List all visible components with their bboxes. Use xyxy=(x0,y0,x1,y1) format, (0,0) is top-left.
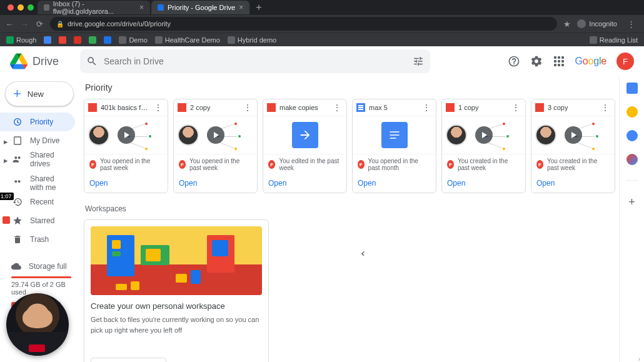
reading-list-button[interactable]: Reading List xyxy=(590,36,638,44)
url-input[interactable]: 🔒 drive.google.com/drive/u/0/priority xyxy=(50,17,557,31)
file-type-icon xyxy=(88,103,97,112)
sidebar-item-shared-drives[interactable]: Shared drives xyxy=(0,150,75,169)
owner-avatar: F xyxy=(447,160,454,169)
new-tab-button[interactable]: + xyxy=(251,2,266,13)
bookmark-folder[interactable]: HealthCare Demo xyxy=(155,36,220,44)
sidebar-item-label: My Drive xyxy=(30,136,59,145)
time-badge: 1:07 xyxy=(0,193,14,200)
horizontal-scroll-indicator[interactable]: › xyxy=(80,356,644,362)
apps-icon[interactable] xyxy=(553,55,565,68)
lock-icon: 🔒 xyxy=(56,21,64,28)
close-window-icon[interactable] xyxy=(8,4,14,11)
chevron-right-icon[interactable]: ▸ xyxy=(4,137,8,146)
bookmark-star-icon[interactable]: ★ xyxy=(563,19,571,29)
window-controls[interactable] xyxy=(4,4,38,11)
play-icon xyxy=(475,126,493,144)
forward-button[interactable]: → xyxy=(20,19,29,28)
more-actions-icon[interactable]: ⋮ xyxy=(510,103,521,112)
reload-button[interactable]: ⟳ xyxy=(35,19,44,28)
browser-tab-inbox[interactable]: Inbox (7) - flw@id.goldyarora... × xyxy=(38,1,150,14)
open-link[interactable]: Open xyxy=(447,179,465,188)
back-button[interactable]: ← xyxy=(5,19,14,28)
address-bar: ← → ⟳ 🔒 drive.google.com/drive/u/0/prior… xyxy=(0,15,644,33)
incognito-indicator[interactable]: Incognito xyxy=(577,19,617,28)
more-actions-icon[interactable]: ⋮ xyxy=(331,103,343,112)
file-card-header: 2 copy ⋮ xyxy=(174,99,257,116)
google-logo[interactable]: Google xyxy=(575,56,606,67)
open-link[interactable]: Open xyxy=(268,179,286,188)
bookmark-item[interactable] xyxy=(104,36,111,44)
sidebar-item-label: Recent xyxy=(30,198,54,206)
bookmark-folder[interactable]: Demo xyxy=(119,36,147,44)
bookmark-item[interactable] xyxy=(44,36,51,44)
maximize-window-icon[interactable] xyxy=(28,4,34,11)
sidebar-item-starred[interactable]: Starred xyxy=(0,211,75,230)
new-button[interactable]: + New xyxy=(5,81,74,106)
owner-avatar: F xyxy=(268,160,275,169)
more-actions-icon[interactable]: ⋮ xyxy=(242,103,253,112)
browser-tab-drive[interactable]: Priority - Google Drive × xyxy=(151,1,249,14)
file-card[interactable]: max 5 ⋮ F You opened in the past month O… xyxy=(352,99,436,193)
open-link[interactable]: Open xyxy=(179,179,197,188)
shared-with-me-icon xyxy=(13,178,23,188)
close-tab-icon[interactable]: × xyxy=(139,3,144,12)
bookmark-label: Rough xyxy=(16,36,36,44)
settings-icon[interactable] xyxy=(530,55,543,68)
file-card[interactable]: 3 copy ⋮ F You created in the past week … xyxy=(531,99,615,193)
file-card[interactable]: 2 copy ⋮ F You opened in the past week O… xyxy=(173,99,258,193)
drive-logo[interactable]: Drive xyxy=(10,53,80,70)
owner-avatar: F xyxy=(536,160,543,169)
sidebar-item-trash[interactable]: Trash xyxy=(0,230,75,249)
main-area: + New Priority ▸ My Drive ▸ Shared drive… xyxy=(0,76,644,362)
more-actions-icon[interactable]: ⋮ xyxy=(600,103,611,112)
open-link[interactable]: Open xyxy=(358,179,376,188)
owner-avatar: F xyxy=(358,160,365,169)
file-thumbnail xyxy=(263,116,346,154)
bookmark-item[interactable]: Rough xyxy=(6,36,36,44)
more-actions-icon[interactable]: ⋮ xyxy=(153,103,164,112)
bookmark-item[interactable] xyxy=(59,36,66,44)
calendar-icon[interactable] xyxy=(626,83,638,94)
file-card[interactable]: 401k basics for H1b Visa holder... ⋮ F Y… xyxy=(84,99,168,193)
open-link[interactable]: Open xyxy=(89,179,108,188)
file-thumbnail xyxy=(174,116,257,154)
browser-menu-icon[interactable]: ⋮ xyxy=(623,19,639,29)
file-card[interactable]: 1 copy ⋮ F You created in the past week … xyxy=(441,99,526,193)
open-link[interactable]: Open xyxy=(536,179,555,188)
keep-icon[interactable] xyxy=(626,106,638,118)
file-open-row: Open xyxy=(531,174,615,193)
search-box[interactable] xyxy=(80,49,430,73)
app-header: Drive Google F xyxy=(0,46,644,76)
sidebar-item-label: Trash xyxy=(30,235,49,244)
person-thumbnail xyxy=(446,124,467,146)
file-status-text: You opened in the past week xyxy=(100,158,163,171)
minimize-window-icon[interactable] xyxy=(18,4,24,11)
url-text: drive.google.com/drive/u/0/priority xyxy=(68,20,171,28)
sidebar-item-shared-with-me[interactable]: Shared with me xyxy=(0,174,75,193)
bookmark-item[interactable] xyxy=(89,36,96,44)
sidebar-item-my-drive[interactable]: My Drive xyxy=(0,131,75,150)
drive-icon xyxy=(10,53,28,70)
more-actions-icon[interactable]: ⋮ xyxy=(421,103,432,112)
account-avatar[interactable]: F xyxy=(616,53,634,70)
support-icon[interactable] xyxy=(508,55,520,68)
close-tab-icon[interactable]: × xyxy=(239,3,243,12)
chevron-right-icon[interactable]: ▸ xyxy=(4,156,8,165)
search-options-icon[interactable] xyxy=(413,56,424,67)
bookmark-item[interactable] xyxy=(74,36,81,44)
search-input[interactable] xyxy=(104,56,406,66)
tasks-icon[interactable] xyxy=(626,130,638,141)
search-icon xyxy=(86,56,98,67)
sidebar-item-priority[interactable]: Priority xyxy=(0,113,75,131)
page-title: Priority xyxy=(85,83,615,93)
bookmark-folder[interactable]: Hybrid demo xyxy=(228,36,276,44)
contacts-icon[interactable] xyxy=(626,154,638,165)
file-title: 401k basics for H1b Visa holder... xyxy=(101,104,149,111)
file-thumbnail xyxy=(442,116,525,154)
get-addons-button[interactable]: + xyxy=(628,196,635,209)
recent-icon xyxy=(13,197,23,207)
storage-row[interactable]: Storage full xyxy=(11,258,71,275)
webcam-overlay xyxy=(6,293,69,356)
workspace-description: Get back to files you're currently worki… xyxy=(91,314,262,335)
file-card[interactable]: make copies ⋮ F You edited in the past w… xyxy=(263,99,347,193)
